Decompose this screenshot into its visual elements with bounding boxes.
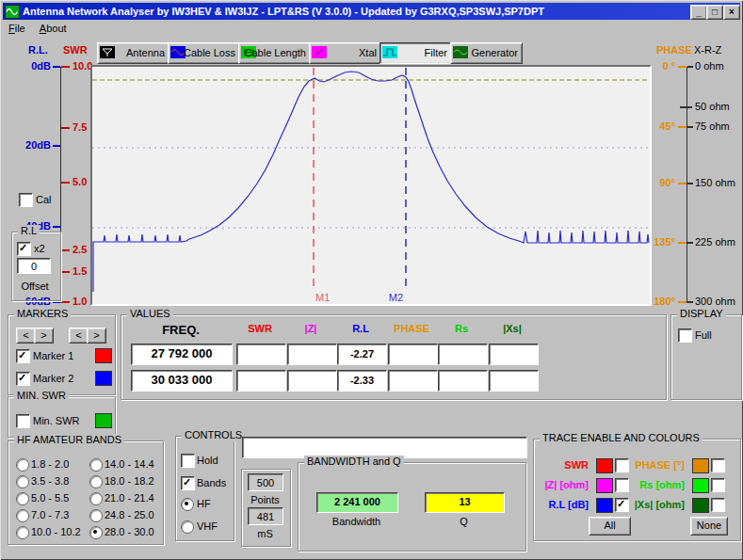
ms-value-box[interactable]: 481 — [248, 507, 283, 525]
band-radio-7-0-7-3[interactable] — [16, 509, 29, 522]
menu-bar: File About — [3, 21, 73, 38]
xtal-icon — [312, 46, 327, 58]
phase-axis-title: PHASE — [656, 44, 692, 56]
band-radio-14-0-14-4[interactable] — [89, 458, 103, 472]
offset-input[interactable] — [17, 258, 51, 274]
rl-tick-label: 20dB — [13, 139, 51, 152]
bands-label: Bands — [197, 477, 226, 488]
sweep-panel: 500 Points 481 mS — [241, 469, 291, 547]
controls-group: CONTROLS Hold Bands HF VHF — [175, 436, 234, 541]
rl-axis-title: R.L. — [28, 44, 48, 56]
menu-file[interactable]: File — [3, 21, 31, 36]
trace-all-button[interactable]: All — [589, 517, 631, 536]
trace-swatch-xs-ohm[interactable] — [692, 498, 709, 513]
vhf-radio[interactable] — [181, 520, 194, 534]
chart-area[interactable]: M1M2 — [90, 65, 652, 306]
generator-icon — [453, 46, 468, 58]
trace-checkbox-phase[interactable] — [711, 458, 725, 472]
band-radio-10-0-10-2[interactable] — [16, 526, 29, 539]
marker2-checkbox[interactable] — [16, 372, 30, 386]
rl-value-row2[interactable]: -2.33 — [337, 370, 387, 392]
rl-tick-label: 0dB — [13, 60, 51, 72]
filter-response-plot: M1M2 — [92, 67, 650, 304]
z-value-row1[interactable] — [287, 344, 337, 365]
freq-value-row1[interactable]: 27 792 000 — [131, 344, 233, 365]
marker1-label: Marker 1 — [33, 350, 73, 361]
band-radio-3-5-3-8[interactable] — [16, 475, 29, 488]
ohm-tick — [687, 66, 693, 68]
hold-checkbox[interactable] — [181, 454, 195, 468]
band-radio-5-0-5-5[interactable] — [16, 492, 29, 505]
bands-checkbox[interactable] — [181, 476, 195, 490]
window-title: Antenna Network Analyser by IW3HEV & IW3… — [23, 6, 544, 17]
vhf-label: VHF — [197, 520, 218, 532]
trace-swatch-rs-ohm[interactable] — [692, 478, 709, 493]
marker2-color-swatch[interactable] — [95, 371, 112, 386]
bandwidth-caption: BANDWIDTH and Q — [304, 456, 404, 468]
phase-tick — [678, 66, 686, 68]
swr-tick — [61, 127, 70, 129]
trace-swatch-phase[interactable] — [692, 458, 709, 473]
close-button[interactable]: × — [723, 5, 740, 20]
markers-group: MARKERS < > < > Marker 1 Marker 2 — [8, 314, 116, 395]
title-bar[interactable]: Antenna Network Analyser by IW3HEV & IW3… — [3, 3, 740, 20]
band-radio-21-0-21-4[interactable] — [89, 492, 103, 505]
rl-tick — [53, 301, 60, 303]
band-radio-18-0-18-2[interactable] — [89, 475, 103, 488]
ohm-tick — [687, 242, 693, 244]
hf-radio[interactable] — [181, 498, 194, 511]
toolbar-button-antenna[interactable]: Antenna — [97, 42, 170, 64]
trace-checkbox-rs-ohm[interactable] — [711, 478, 725, 492]
maximize-button[interactable]: □ — [706, 5, 723, 20]
z-value-row2[interactable] — [287, 370, 337, 392]
swr-axis-title: SWR — [63, 44, 88, 56]
band-radio-24-8-25-0[interactable] — [89, 509, 103, 522]
toolbar-button-cable-length[interactable]: Cable Length — [238, 42, 311, 64]
minimize-button[interactable]: _ — [690, 5, 707, 20]
band-radio-1-8-2-0[interactable] — [16, 458, 29, 472]
trace-none-button[interactable]: None — [690, 517, 728, 536]
trace-swatch-swr[interactable] — [596, 458, 613, 473]
right-axis-line — [686, 67, 687, 303]
band-radio-28-0-30-0[interactable] — [89, 526, 103, 539]
freq-value-row2[interactable]: 30 033 000 — [131, 370, 233, 392]
marker2-right-button[interactable]: > — [87, 328, 106, 344]
ohm-tick — [687, 301, 693, 303]
xs-value-row1[interactable] — [489, 344, 539, 365]
rs-value-row1[interactable] — [438, 344, 488, 365]
marker1-left-button[interactable]: < — [16, 328, 36, 344]
phase-value-row2[interactable] — [388, 370, 438, 392]
x2-checkbox[interactable] — [17, 242, 31, 256]
trace-swatch-z-ohm[interactable] — [596, 478, 613, 493]
points-value-box[interactable]: 500 — [248, 473, 283, 491]
trace-swatch-r-l-db[interactable] — [596, 498, 613, 513]
ohm-tick-label: 0 ohm — [695, 60, 740, 72]
toolbar-button-filter[interactable]: Filter — [380, 42, 452, 64]
full-checkbox[interactable] — [678, 328, 692, 343]
rs-value-row2[interactable] — [438, 370, 488, 392]
trace-checkbox-xs-ohm[interactable] — [711, 498, 725, 512]
toolbar-button-cable-loss[interactable]: Cable Loss — [168, 42, 240, 64]
marker1-checkbox[interactable] — [16, 349, 30, 363]
min-swr-color-swatch[interactable] — [95, 413, 112, 428]
trace-label-r-l-db: R.L [dB] — [536, 499, 589, 510]
swr-tick — [61, 271, 70, 273]
phase-value-row1[interactable] — [388, 344, 438, 365]
toolbar-button-xtal[interactable]: Xtal — [309, 42, 381, 64]
min-swr-caption: MIN. SWR — [14, 390, 69, 402]
marker2-left-button[interactable]: < — [69, 328, 89, 344]
rl-value-row1[interactable]: -2.27 — [337, 344, 387, 365]
bands-group: HF AMATEUR BANDS 1.8 - 2.03.5 - 3.85.0 -… — [8, 440, 164, 545]
swr-value-row2[interactable] — [236, 370, 286, 392]
marker1-right-button[interactable]: > — [34, 328, 54, 344]
hf-label: HF — [197, 498, 211, 509]
trace-group: TRACE ENABLE AND COLOURS All None SWRPHA… — [533, 439, 741, 541]
marker1-color-swatch[interactable] — [95, 348, 112, 363]
toolbar-button-generator[interactable]: Generator — [450, 42, 523, 64]
min-swr-checkbox[interactable] — [16, 414, 30, 428]
menu-about[interactable]: About — [34, 21, 73, 36]
cal-checkbox[interactable] — [19, 193, 33, 207]
trace-label-phase: PHASE [°] — [622, 459, 685, 471]
swr-value-row1[interactable] — [236, 344, 286, 365]
xs-value-row2[interactable] — [489, 370, 539, 392]
